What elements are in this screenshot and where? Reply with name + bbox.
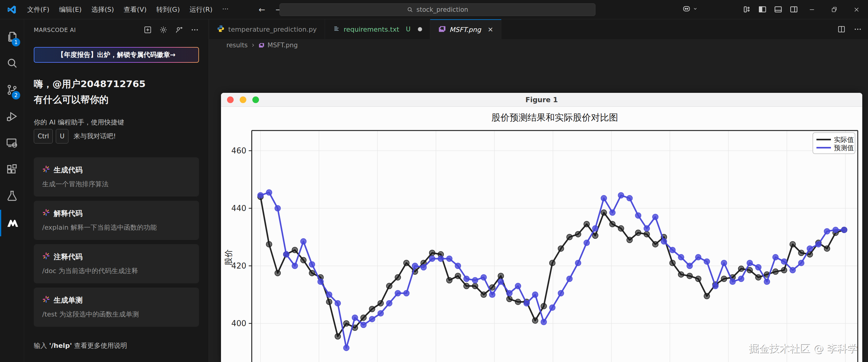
marker-实际值 — [635, 230, 641, 236]
tab-MSFT.png[interactable]: MSFT.png✕ — [430, 19, 501, 39]
marker-实际值 — [549, 260, 555, 266]
mac-minimize-icon[interactable] — [240, 96, 246, 103]
menu-item-0[interactable]: 文件(F) — [22, 3, 54, 17]
marker-预测值 — [361, 322, 366, 328]
settings-gear-icon[interactable] — [159, 26, 167, 34]
marker-预测值 — [429, 256, 435, 262]
more-actions-icon[interactable] — [190, 26, 199, 34]
annual-report-banner[interactable]: 【年度报告】出炉，解锁专属代码徽章→ — [34, 47, 199, 63]
marker-实际值 — [687, 273, 692, 279]
marker-实际值 — [773, 269, 778, 274]
marker-实际值 — [361, 315, 366, 320]
marker-实际值 — [798, 250, 804, 256]
marker-实际值 — [601, 210, 607, 216]
menu-item-2[interactable]: 选择(S) — [87, 3, 119, 17]
git-status-letter: U — [406, 26, 410, 33]
marker-预测值 — [833, 227, 838, 233]
marker-预测值 — [644, 226, 650, 231]
minimize-button[interactable] — [801, 0, 823, 19]
marker-预测值 — [584, 240, 589, 245]
menu-item-6[interactable]: ··· — [217, 3, 234, 17]
marker-预测值 — [292, 263, 298, 269]
tab-requirements.txt[interactable]: requirements.txtU — [325, 19, 430, 39]
close-tab-icon[interactable]: ✕ — [488, 26, 493, 33]
marker-预测值 — [704, 259, 710, 264]
menu-item-3[interactable]: 查看(V) — [119, 3, 151, 17]
toggle-secondary-sidebar-icon[interactable] — [789, 5, 798, 14]
y-tick-label: 440 — [231, 204, 246, 213]
marker-预测值 — [446, 256, 452, 262]
marker-预测值 — [421, 264, 426, 270]
feedback-user-icon[interactable] — [175, 26, 183, 34]
card-desc: /test 为这段选中的函数生成单测 — [42, 310, 190, 319]
activitybar-item-explorer[interactable]: 1 — [0, 24, 24, 51]
search-value: stock_prediction — [416, 6, 468, 13]
menu-item-5[interactable]: 运行(R) — [185, 3, 217, 17]
restore-button[interactable] — [823, 0, 845, 19]
activitybar-item-source-control[interactable]: 2 — [0, 77, 24, 104]
prompt-card-1[interactable]: 解释代码/explain 解释一下当前选中函数的功能 — [34, 201, 199, 240]
y-tick-label: 400 — [231, 319, 246, 328]
mac-close-icon[interactable] — [227, 96, 234, 103]
marker-实际值 — [378, 300, 383, 306]
figure-window-title: Figure 1 — [526, 96, 558, 104]
marker-实际值 — [275, 270, 280, 276]
menubar: 文件(F)编辑(E)选择(S)查看(V)转到(G)运行(R)··· — [22, 3, 234, 17]
marker-预测值 — [275, 205, 280, 211]
marker-预测值 — [481, 274, 487, 280]
breadcrumb[interactable]: results MSFT.png — [209, 39, 868, 51]
activitybar-item-testing[interactable] — [0, 183, 24, 210]
mac-zoom-icon[interactable] — [252, 96, 259, 103]
back-arrow-icon[interactable]: ← — [257, 5, 267, 14]
customize-layout-icon[interactable] — [742, 5, 751, 14]
marker-实际值 — [343, 321, 349, 326]
dirty-dot-icon[interactable] — [418, 27, 422, 31]
figure-titlebar[interactable]: Figure 1 — [221, 93, 862, 107]
y-axis-label: 股价 — [224, 249, 233, 266]
marker-预测值 — [455, 263, 461, 269]
marker-实际值 — [618, 226, 624, 231]
toggle-primary-sidebar-icon[interactable] — [758, 5, 767, 14]
remote-icon — [5, 136, 19, 151]
marker-实际值 — [481, 292, 487, 297]
marker-实际值 — [670, 260, 675, 266]
marker-实际值 — [266, 241, 272, 247]
activitybar-item-run-debug[interactable] — [0, 104, 24, 130]
prompt-card-2[interactable]: 注释代码/doc 为当前选中的代码生成注释 — [34, 244, 199, 283]
list-icon — [333, 25, 340, 34]
copilot-menu[interactable] — [682, 4, 698, 13]
split-editor-icon[interactable] — [837, 25, 846, 33]
breadcrumb-file[interactable]: MSFT.png — [268, 42, 298, 49]
new-chat-icon[interactable] — [144, 26, 152, 34]
tab-label: requirements.txt — [344, 26, 399, 33]
breadcrumb-folder[interactable]: results — [226, 42, 248, 49]
close-window-button[interactable] — [845, 0, 868, 19]
search-icon — [407, 6, 413, 13]
spark-icon — [42, 252, 50, 262]
marker-实际值 — [790, 241, 796, 247]
marker-预测值 — [730, 279, 735, 285]
activitybar-item-marscode-ai[interactable] — [0, 210, 24, 236]
prompt-card-0[interactable]: 生成代码生成一个冒泡排序算法 — [34, 157, 199, 197]
marker-实际值 — [824, 245, 830, 252]
activity-bar: 12 — [0, 19, 24, 362]
activitybar-item-remote-explorer[interactable] — [0, 130, 24, 157]
card-desc: 生成一个冒泡排序算法 — [42, 179, 190, 189]
card-title: 注释代码 — [54, 252, 83, 262]
marker-实际值 — [292, 247, 298, 253]
marker-预测值 — [352, 315, 358, 320]
menu-item-4[interactable]: 转到(G) — [151, 3, 185, 17]
marker-实际值 — [395, 274, 401, 280]
python-icon — [217, 25, 225, 34]
editor-more-actions-icon[interactable] — [854, 25, 862, 33]
activitybar-item-search[interactable] — [0, 51, 24, 77]
figure-window: Figure 1 400420440460股价预测结果和实际股价对比图股价实际值… — [221, 93, 862, 362]
tab-temperature_prediction.py[interactable]: temperature_prediction.py — [209, 19, 325, 39]
marker-预测值 — [815, 241, 821, 247]
activitybar-item-extensions[interactable] — [0, 157, 24, 183]
prompt-card-3[interactable]: 生成单测/test 为这段选中的函数生成单测 — [34, 288, 199, 327]
toggle-panel-icon[interactable] — [774, 5, 783, 14]
marker-预测值 — [695, 254, 701, 260]
menu-item-1[interactable]: 编辑(E) — [54, 3, 87, 17]
command-center-search[interactable]: stock_prediction — [279, 3, 595, 16]
